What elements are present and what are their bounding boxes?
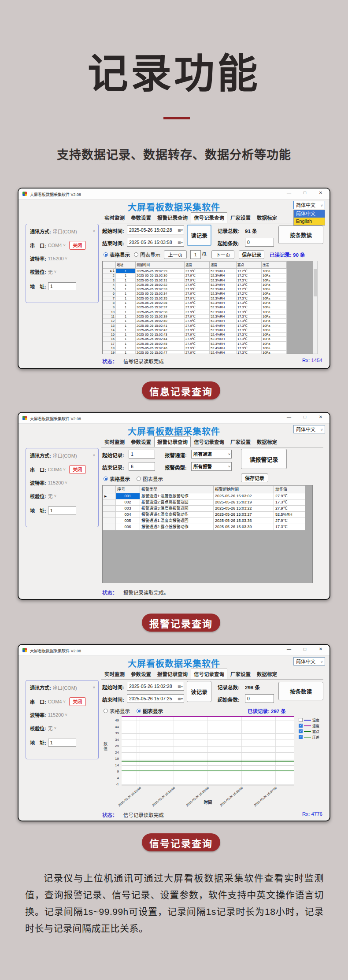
table-row[interactable]: 002报警通道2:露点高报警返回2025-05-26 15:03:1917.3℃ — [103, 499, 305, 506]
tab-alarm-records[interactable]: 报警记录查询 — [154, 669, 191, 679]
close-port-button[interactable]: 关闭 — [69, 241, 86, 250]
column-header[interactable]: 压差 — [262, 262, 287, 269]
column-header[interactable]: 地址 — [116, 262, 136, 269]
tab-factory[interactable]: 厂家设置 — [227, 212, 254, 223]
table-row[interactable]: 1012025-05-26 15:02:3827.9℃52.3%RH17.3℃1… — [103, 310, 287, 314]
tab-calibration[interactable]: 数据标定 — [254, 669, 280, 679]
baudrate-select[interactable]: 115200˅ — [48, 480, 67, 485]
tab-params[interactable]: 参数设置 — [128, 212, 154, 223]
table-row[interactable]: 1712025-05-26 15:02:4527.9℃52.3%RH17.3℃1… — [103, 341, 287, 346]
window-titlebar[interactable]: 大屏看板数据采集软件 V2.08 — □ ✕ — [19, 189, 329, 200]
table-row[interactable]: 1512025-05-26 15:02:4327.9℃52.4%RH17.3℃1… — [103, 333, 287, 337]
column-header[interactable]: 露点 — [237, 262, 262, 269]
save-records-button[interactable]: 保存记录 — [241, 473, 268, 482]
column-header[interactable]: 温度 — [185, 262, 210, 269]
chart-view-radio[interactable] — [137, 477, 141, 481]
close-icon[interactable]: ✕ — [318, 647, 323, 651]
window-titlebar[interactable]: 大屏看板数据采集软件 V2.08 — □ ✕ — [19, 645, 329, 656]
tab-realtime[interactable]: 实时监测 — [101, 436, 128, 447]
minimize-icon[interactable]: — — [286, 414, 292, 419]
table-row[interactable]: 003报警通道3:温度高报警返回2025-05-26 15:03:2227.9℃ — [103, 506, 305, 512]
tab-calibration[interactable]: 数据标定 — [254, 212, 280, 223]
tab-signal-records[interactable]: 信号记录查询 — [191, 669, 227, 679]
read-records-button[interactable]: 读记录 — [187, 225, 211, 246]
table-row[interactable]: 1912025-05-26 15:02:4727.9℃52.4%RH17.3℃1… — [103, 351, 287, 354]
end-record-input[interactable]: 6 — [129, 462, 155, 471]
table-row[interactable]: 1212025-05-26 15:02:4027.9℃52.3%RH17.3℃1… — [103, 319, 287, 323]
read-by-count-button[interactable]: 按条数读 — [278, 226, 323, 244]
table-row[interactable]: 1612025-05-26 15:02:4427.9℃52.3%RH17.3℃1… — [103, 337, 287, 341]
alarm-type-select[interactable]: 所有报警˅ — [191, 462, 232, 471]
minimize-icon[interactable]: — — [286, 190, 292, 195]
checkbox-checked-icon[interactable] — [299, 729, 303, 733]
calendar-icon[interactable]: ▦▾ — [178, 239, 183, 247]
maximize-icon[interactable]: □ — [302, 414, 307, 419]
table-row[interactable]: 812025-05-26 15:02:3627.9℃52.3%RH17.3℃10… — [103, 301, 287, 305]
table-row[interactable]: 112025-05-26 15:02:2927.9℃52.3%RH17.2℃10… — [103, 269, 287, 274]
chart-view-radio[interactable] — [134, 252, 138, 257]
maximize-icon[interactable]: □ — [302, 190, 307, 195]
language-select[interactable]: 简体中文 ˅ — [293, 425, 325, 433]
page-number-input[interactable]: 1 — [190, 250, 201, 259]
baudrate-select[interactable]: 115200˅ — [48, 712, 67, 717]
table-row[interactable]: 312025-05-26 15:02:3127.9℃52.3%RH17.3℃10… — [103, 278, 287, 282]
tab-realtime[interactable]: 实时监测 — [101, 212, 128, 223]
table-row[interactable]: 001报警通道1:温度低报警动作2025-05-26 15:03:0227.9℃ — [103, 493, 305, 499]
table-row[interactable]: 412025-05-26 15:02:3227.9℃52.3%RH17.3℃10… — [103, 282, 287, 287]
comm-mode-select[interactable]: 串口(COM)˅ — [53, 228, 95, 235]
minimize-icon[interactable]: — — [286, 647, 292, 651]
table-row[interactable]: 612025-05-26 15:02:3427.9℃52.3%RH17.2℃10… — [103, 292, 287, 296]
address-input[interactable]: 1 — [48, 507, 76, 514]
language-select[interactable]: 简体中文 ˅ — [293, 201, 325, 209]
table-view-radio[interactable] — [104, 709, 108, 713]
checkbox-checked-icon[interactable] — [299, 735, 303, 739]
column-header[interactable]: 报警起始时间 — [214, 486, 274, 493]
language-select[interactable]: 简体中文 ˅ — [293, 657, 325, 666]
table-row[interactable]: 212025-05-26 15:02:3027.9℃52.3%RH17.2℃10… — [103, 274, 287, 278]
read-alarm-records-button[interactable]: 读报警记录 — [241, 449, 287, 469]
comm-mode-select[interactable]: 串口(COM)˅ — [53, 452, 95, 459]
alarm-channel-select[interactable]: 所有通道˅ — [191, 450, 232, 459]
table-row[interactable]: 512025-05-26 15:02:3327.9℃52.3%RH17.2℃10… — [103, 287, 287, 292]
close-icon[interactable]: ✕ — [318, 190, 323, 195]
window-titlebar[interactable]: 大屏看板数据采集软件 V2.08 — □ ✕ — [19, 413, 329, 424]
start-time-input[interactable]: 2025-05-26 15:02:28▦▾ — [127, 682, 184, 691]
start-index-input[interactable]: 0 — [245, 694, 274, 703]
checkbox-checked-icon[interactable] — [299, 724, 303, 728]
serial-port-select[interactable]: COM4˅ — [48, 699, 66, 704]
close-icon[interactable]: ✕ — [318, 414, 323, 419]
table-row[interactable]: 005报警通道1:温度高报警返回2025-05-26 15:03:3627.9℃ — [103, 518, 305, 524]
tab-params[interactable]: 参数设置 — [128, 436, 154, 447]
vertical-scrollbar[interactable] — [313, 261, 318, 354]
parity-select[interactable]: 无˅ — [48, 725, 56, 732]
address-input[interactable]: 1 — [48, 739, 76, 747]
tab-factory[interactable]: 厂家设置 — [227, 436, 254, 447]
table-row[interactable]: 1112025-05-26 15:02:3927.9℃52.3%RH17.3℃1… — [103, 314, 287, 318]
language-option-chinese[interactable]: 简体中文 — [294, 210, 325, 218]
calendar-icon[interactable]: ▦▾ — [178, 683, 183, 691]
read-records-button[interactable]: 读记录 — [187, 681, 211, 702]
read-by-count-button[interactable]: 按条数读 — [278, 682, 323, 700]
column-header[interactable]: 序号 — [116, 486, 140, 493]
start-time-input[interactable]: 2025-05-26 15:02:28▦▾ — [127, 226, 184, 234]
serial-port-select[interactable]: COM4˅ — [48, 243, 66, 248]
calendar-icon[interactable]: ▦▾ — [178, 695, 183, 703]
tab-realtime[interactable]: 实时监测 — [101, 669, 128, 679]
tab-alarm-records[interactable]: 报警记录查询 — [154, 436, 191, 447]
table-view-radio[interactable] — [104, 477, 108, 481]
end-time-input[interactable]: 2025-05-26 15:03:58▦▾ — [127, 238, 184, 247]
tab-signal-records[interactable]: 信号记录查询 — [191, 436, 227, 447]
tab-factory[interactable]: 厂家设置 — [227, 669, 254, 679]
start-record-input[interactable]: 1 — [129, 450, 155, 459]
table-row[interactable]: 1412025-05-26 15:02:4227.9℃52.3%RH17.3℃1… — [103, 328, 287, 332]
address-input[interactable]: 1 — [48, 282, 76, 290]
table-row[interactable]: 004报警通道4:湿度高报警动作2025-05-26 15:03:2752.5%… — [103, 512, 305, 518]
column-header[interactable]: 动作值 — [274, 486, 305, 493]
comm-mode-select[interactable]: 串口(COM)˅ — [53, 684, 95, 691]
chart-view-radio[interactable] — [137, 709, 141, 713]
prev-page-button[interactable]: 上一页 — [164, 250, 187, 259]
start-index-input[interactable]: 0 — [245, 238, 274, 247]
serial-port-select[interactable]: COM4˅ — [48, 467, 66, 472]
parity-select[interactable]: 无˅ — [48, 492, 56, 499]
column-header[interactable] — [103, 486, 116, 493]
